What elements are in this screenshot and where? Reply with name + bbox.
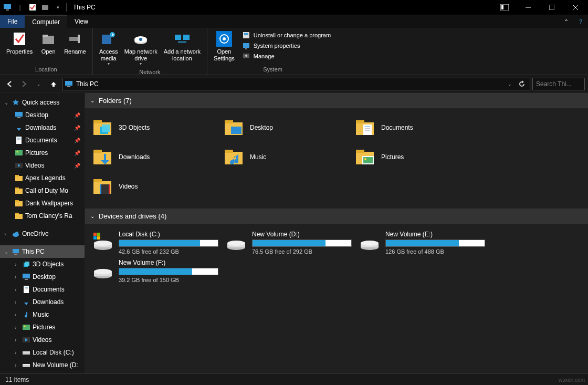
sidebar-item-label: Dank Wallpapers	[25, 200, 73, 207]
sidebar-item-3d-objects[interactable]: ›3D Objects	[0, 258, 85, 270]
folder-3d-objects[interactable]: 3D Objects	[90, 113, 222, 142]
chevron-down-icon[interactable]: ⌄	[4, 249, 9, 255]
chevron-right-icon[interactable]: ›	[15, 312, 20, 318]
access-media-label: Access media	[99, 48, 118, 61]
close-button[interactable]	[563, 0, 587, 15]
open-settings-button[interactable]: Open Settings	[211, 29, 238, 63]
chevron-right-icon[interactable]: ›	[15, 274, 20, 280]
sidebar-item-local-disk-c-[interactable]: ›Local Disk (C:)	[0, 346, 85, 359]
properties-label: Properties	[6, 48, 33, 55]
sidebar-item-documents[interactable]: ›Documents	[0, 283, 85, 296]
rename-button[interactable]: Rename	[61, 29, 89, 57]
tree-this-pc[interactable]: ⌄ This PC	[0, 245, 85, 258]
tab-file[interactable]: File	[0, 15, 25, 28]
drive-icon	[359, 231, 380, 252]
chevron-right-icon[interactable]: ›	[15, 299, 20, 305]
drive-local-disk-c-[interactable]: Local Disk (C:)42.6 GB free of 232 GB	[90, 228, 224, 257]
tree-onedrive[interactable]: › OneDrive	[0, 227, 85, 240]
open-settings-label: Open Settings	[214, 48, 235, 61]
drive-new-volume-d-[interactable]: New Volume (D:)76.5 GB free of 292 GB	[224, 228, 357, 257]
manage-button[interactable]: Manage	[240, 51, 333, 61]
item-icon	[15, 212, 23, 220]
svg-point-89	[364, 158, 366, 160]
folders-group-header[interactable]: ⌄ Folders (7)	[85, 93, 588, 109]
folder-icon	[92, 117, 113, 138]
chevron-down-icon[interactable]: ⌄	[4, 100, 9, 106]
drives-group-header[interactable]: ⌄ Devices and drives (4)	[85, 209, 588, 224]
svg-rect-73	[225, 120, 233, 123]
tab-computer[interactable]: Computer	[25, 15, 67, 28]
svg-rect-98	[93, 233, 97, 236]
folder-documents[interactable]: Documents	[353, 113, 484, 142]
chevron-right-icon[interactable]: ›	[4, 231, 9, 237]
svg-rect-21	[183, 35, 190, 40]
drive-new-volume-e-[interactable]: New Volume (E:)126 GB free of 488 GB	[357, 228, 490, 257]
sidebar-item-pictures[interactable]: Pictures📌	[0, 147, 85, 159]
drive-icon	[226, 231, 247, 252]
folder-desktop[interactable]: Desktop	[222, 113, 353, 142]
help-icon[interactable]: ?	[575, 16, 586, 27]
folder-pictures[interactable]: Pictures	[353, 142, 484, 172]
sidebar-item-new-volume-d-[interactable]: ›New Volume (D:	[0, 359, 85, 371]
tablet-mode-icon[interactable]	[492, 0, 516, 15]
sidebar-item-desktop[interactable]: ›Desktop	[0, 270, 85, 283]
item-icon	[22, 273, 30, 281]
sidebar-item-downloads[interactable]: ›Downloads	[0, 296, 85, 308]
map-network-drive-button[interactable]: Map network drive ▾	[121, 29, 161, 68]
nav-recent-button[interactable]: ⌄	[33, 78, 45, 90]
qat-properties-icon[interactable]	[28, 3, 37, 12]
open-button[interactable]: Open	[36, 29, 61, 57]
chevron-right-icon[interactable]: ›	[15, 362, 20, 368]
sidebar-item-pictures[interactable]: ›Pictures	[0, 321, 85, 334]
access-media-button[interactable]: Access media ▾	[96, 29, 121, 68]
sidebar-item-videos[interactable]: ›Videos	[0, 334, 85, 346]
minimize-button[interactable]	[516, 0, 540, 15]
sidebar-item-videos[interactable]: Videos📌	[0, 159, 85, 172]
sidebar-item-documents[interactable]: Documents📌	[0, 134, 85, 147]
svg-point-19	[139, 38, 142, 41]
refresh-icon[interactable]	[516, 80, 528, 88]
chevron-right-icon[interactable]: ›	[15, 325, 20, 330]
tree-quick-access[interactable]: ⌄ Quick access	[0, 96, 85, 109]
chevron-right-icon[interactable]: ›	[15, 287, 20, 293]
drive-new-volume-f-[interactable]: New Volume (F:)39.2 GB free of 150 GB	[90, 257, 224, 285]
chevron-down-icon[interactable]: ⌄	[90, 213, 94, 219]
chevron-down-icon[interactable]: ⌄	[90, 98, 94, 103]
item-icon	[22, 310, 30, 319]
sidebar-item-dank-wallpapers[interactable]: Dank Wallpapers	[0, 197, 85, 210]
address-input[interactable]: This PC ⌄	[62, 78, 530, 90]
folder-downloads[interactable]: Downloads	[90, 142, 222, 172]
chevron-right-icon[interactable]: ›	[15, 350, 20, 356]
add-network-location-button[interactable]: Add a network location	[161, 29, 204, 63]
chevron-right-icon[interactable]: ›	[15, 262, 20, 267]
qat-dropdown-icon[interactable]: ▾	[54, 3, 62, 12]
tab-view[interactable]: View	[67, 15, 96, 28]
nav-forward-button[interactable]	[18, 78, 30, 90]
drive-usage-bar	[252, 240, 352, 247]
folder-music[interactable]: Music	[222, 142, 353, 172]
sidebar-item-apex-legends[interactable]: Apex Legends	[0, 172, 85, 184]
system-properties-button[interactable]: System properties	[240, 40, 333, 51]
svg-rect-46	[15, 201, 23, 206]
maximize-button[interactable]	[540, 0, 563, 15]
nav-back-button[interactable]	[3, 78, 16, 90]
chevron-right-icon[interactable]: ›	[15, 337, 20, 343]
svg-rect-93	[100, 184, 101, 194]
drive-icon	[92, 231, 113, 252]
folder-videos[interactable]: Videos	[90, 172, 222, 201]
nav-up-button[interactable]	[47, 78, 60, 90]
svg-rect-35	[17, 117, 20, 118]
qat-newfolder-icon[interactable]	[41, 3, 49, 12]
search-input[interactable]: Search Thi...	[532, 78, 585, 90]
ribbon-collapse-icon[interactable]: ⌃	[561, 16, 571, 27]
address-dropdown-icon[interactable]: ⌄	[505, 81, 515, 87]
sidebar-item-downloads[interactable]: Downloads📌	[0, 121, 85, 134]
sidebar-item-music[interactable]: ›Music	[0, 308, 85, 321]
drive-usage-bar	[119, 268, 218, 275]
sidebar-item-tom-clancy-s-ra[interactable]: Tom Clancy's Ra	[0, 210, 85, 222]
properties-button[interactable]: Properties	[3, 29, 36, 57]
sidebar-item-desktop[interactable]: Desktop📌	[0, 109, 85, 121]
uninstall-program-button[interactable]: Uninstall or change a program	[240, 30, 333, 40]
svg-rect-74	[231, 127, 242, 134]
sidebar-item-call-of-duty-mo[interactable]: Call of Duty Mo	[0, 184, 85, 197]
